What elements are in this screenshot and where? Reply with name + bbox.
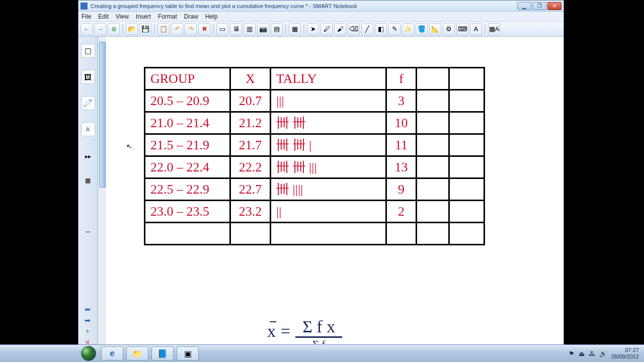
table-row: 23.0 – 23.5 23.2 || 2 [145, 201, 485, 223]
page-canvas[interactable]: ↖ GROUP X TALLY f 20.5 – 20.9 20.7 ||| 3 [106, 37, 564, 351]
minimize-button[interactable]: ▁ [517, 2, 531, 10]
shape-recognition-pen[interactable]: ✎ [388, 23, 400, 35]
frequency-table[interactable]: GROUP X TALLY f 20.5 – 20.9 20.7 ||| 3 2… [144, 67, 485, 245]
vertical-scrollbar[interactable] [98, 37, 106, 351]
cell-f: 11 [386, 134, 417, 156]
mean-formula: x = Σ f x Σ f [267, 318, 342, 344]
auto-hide-toggle[interactable]: ↔ [85, 228, 91, 235]
redo-button[interactable]: ↷ [185, 23, 197, 35]
back-button[interactable]: ← [80, 23, 93, 35]
safely-remove-icon[interactable]: ⏏ [579, 350, 585, 357]
header-group: GROUP [145, 68, 230, 90]
start-button[interactable] [78, 345, 99, 363]
text-tool[interactable]: A [470, 23, 482, 35]
cell-x: 20.7 [230, 90, 271, 112]
table-row: 22.5 – 22.9 22.7 卌 |||| 9 [145, 178, 485, 201]
collapse-side-button[interactable]: ▸▸ [83, 151, 93, 161]
toolbar-separator [154, 24, 155, 34]
workarea: ▢ 🖼 🧷 A ▸▸ ▦ ↔ ⬅ ➡ ＋ ✕ ↖ GROUP X TA [78, 37, 564, 351]
volume-icon[interactable]: 🔊 [599, 350, 607, 357]
flag-icon[interactable]: ⚑ [569, 350, 575, 357]
full-screen-button[interactable]: 🖥 [230, 23, 242, 35]
cell-x: 22.7 [230, 178, 271, 201]
taskbar-clock[interactable]: 07:27 28/09/2012 [611, 347, 639, 359]
gallery-tab[interactable]: 🖼 [81, 70, 95, 84]
header-empty-2 [449, 68, 485, 90]
cell-f: 13 [386, 156, 417, 178]
taskbar[interactable]: e 📁 📘 ▣ ⚑ ⏏ 🖧 🔊 07:27 28/09/2012 [0, 344, 644, 362]
creative-pen-tool[interactable]: 🖌 [334, 23, 346, 35]
toolbar-separator [213, 24, 214, 34]
clock-date: 28/09/2012 [611, 353, 639, 360]
add-page-side-button[interactable]: ＋ [82, 327, 94, 336]
menu-edit[interactable]: Edit [98, 13, 109, 20]
properties-tab[interactable]: A [81, 122, 95, 136]
measurement-button[interactable]: 📐 [429, 23, 441, 35]
menu-format[interactable]: Format [158, 13, 177, 20]
system-tray[interactable]: ⚑ ⏏ 🖧 🔊 07:27 28/09/2012 [569, 347, 644, 359]
scrollbar-thumb[interactable] [99, 42, 106, 188]
page-sorter-tab[interactable]: ▢ [81, 44, 95, 58]
select-tool[interactable]: ➤ [307, 23, 319, 35]
document-camera-button[interactable]: ▤ [271, 23, 283, 35]
add-page-button[interactable]: ⊕ [108, 23, 120, 35]
taskbar-explorer[interactable]: 📁 [126, 346, 148, 360]
cell-tally: 卌 卌 ||| [271, 156, 386, 178]
open-button[interactable]: 📂 [126, 23, 138, 35]
delete-button[interactable]: ✖ [198, 23, 210, 35]
fill-tool[interactable]: 🪣 [416, 23, 428, 35]
menu-insert[interactable]: Insert [136, 13, 151, 20]
toolbar-separator [122, 24, 123, 34]
magic-pen-tool[interactable]: ✨ [402, 23, 414, 35]
eraser-tool[interactable]: ⌫ [348, 23, 360, 35]
cell-tally: ||| [271, 90, 386, 112]
taskbar-ie[interactable]: e [101, 346, 123, 360]
titlebar[interactable]: Creating a grouped frequency table to fi… [78, 1, 564, 12]
maximize-button[interactable]: ❐ [532, 2, 546, 10]
windows-orb-icon [81, 346, 96, 361]
next-page-button[interactable]: ➡ [82, 316, 94, 325]
capture-button[interactable]: 📷 [257, 23, 269, 35]
menu-draw[interactable]: Draw [184, 13, 198, 20]
text-properties-button[interactable]: ▦A [488, 23, 500, 35]
cell-group: 21.0 – 21.4 [145, 112, 230, 134]
header-tally: TALLY [271, 68, 386, 90]
toolbar: ← → ⊕ 📂 💾 📋 ↶ ↷ ✖ ▭ 🖥 ▥ 📷 ▤ ▦ ➤ 🖊 🖌 ⌫ ╱ … [78, 22, 564, 37]
prev-page-button[interactable]: ⬅ [82, 305, 94, 314]
save-button[interactable]: 💾 [139, 23, 151, 35]
cell-f: 2 [386, 201, 417, 223]
cell-x: 22.2 [230, 156, 271, 178]
menu-file[interactable]: File [82, 13, 91, 20]
cell-x: 23.2 [230, 201, 271, 223]
screen-shade-button[interactable]: ▭ [216, 23, 228, 35]
table-button[interactable]: ▦ [289, 23, 301, 35]
cell-x: 21.2 [230, 112, 271, 134]
line-tool[interactable]: ╱ [361, 23, 373, 35]
menu-help[interactable]: Help [205, 13, 218, 20]
forward-button[interactable]: → [94, 23, 106, 35]
toolbar-separator [485, 24, 486, 34]
paste-button[interactable]: 📋 [157, 23, 170, 35]
pen-tool[interactable]: 🖊 [320, 23, 333, 35]
network-icon[interactable]: 🖧 [589, 350, 595, 357]
shapes-tool[interactable]: ◧ [375, 23, 387, 35]
menu-view[interactable]: View [116, 13, 129, 20]
header-empty-1 [417, 68, 449, 90]
table-row: 21.5 – 21.9 21.7 卌 卌 | 11 [145, 134, 485, 156]
attachments-tab[interactable]: 🧷 [81, 96, 95, 110]
toolbar-separator [285, 24, 286, 34]
taskbar-smart-notebook[interactable]: 📘 [151, 346, 174, 360]
undo-button[interactable]: ↶ [171, 23, 183, 35]
close-button[interactable]: ✕ [547, 2, 561, 10]
formula-fraction: Σ f x Σ f [295, 318, 342, 344]
addon-tab[interactable]: ▦ [81, 173, 95, 188]
table-header-row: GROUP X TALLY f [145, 68, 485, 90]
keyboard-button[interactable]: ⌨ [456, 23, 468, 35]
table-row: 21.0 – 21.4 21.2 卌 卌 10 [145, 112, 485, 134]
taskbar-recorder[interactable]: ▣ [177, 346, 199, 360]
dual-page-button[interactable]: ▥ [244, 23, 256, 35]
formula-denominator: Σ f [312, 338, 326, 344]
app-icon [80, 3, 88, 10]
properties-button[interactable]: ⚙ [443, 23, 455, 35]
cell-tally: 卌 |||| [271, 178, 386, 201]
